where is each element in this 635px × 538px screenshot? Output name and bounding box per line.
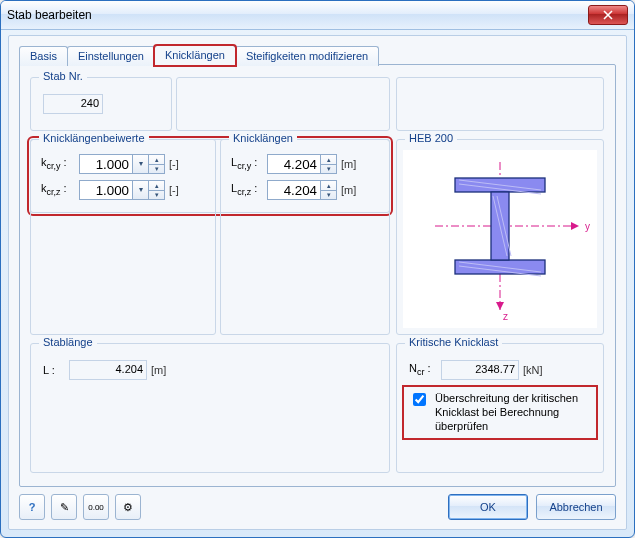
group-knicklangenbeiwerte: Knicklängenbeiwerte kcr,y : ▾ ▴▾ [-] kcr… [30, 139, 216, 335]
chevron-down-icon: ▾ [133, 155, 148, 173]
units-button[interactable]: 0.00 [83, 494, 109, 520]
axis-z-label: z [503, 311, 508, 322]
kcrz-input[interactable] [79, 180, 133, 200]
kcrz-spinner[interactable]: ▴▾ [149, 180, 165, 200]
lcry-unit: [m] [341, 158, 359, 170]
group-klb-caption: Knicklängenbeiwerte [39, 132, 149, 144]
kcrz-dropdown[interactable]: ▾ [133, 180, 149, 200]
group-stab-nr-caption: Stab Nr. [39, 70, 87, 82]
L-value: 4.204 [69, 360, 147, 380]
kcry-input[interactable] [79, 154, 133, 174]
chevron-up-icon: ▴ [149, 155, 164, 164]
chevron-up-icon: ▴ [321, 181, 336, 190]
section-name: HEB 200 [405, 132, 457, 144]
lcrz-spinner[interactable]: ▴▾ [321, 180, 337, 200]
kcrz-label: kcr,z : [41, 182, 75, 197]
Ncr-value: 2348.77 [441, 360, 519, 380]
check-knicklast-label: Überschreitung der kritischen Knicklast … [435, 392, 591, 433]
L-label: L : [43, 364, 65, 376]
tab-page: Stab Nr. 240 Knicklängenbeiwerte kcr,y :… [19, 64, 616, 487]
kcry-dropdown[interactable]: ▾ [133, 154, 149, 174]
help-button[interactable]: ? [19, 494, 45, 520]
kcrz-unit: [-] [169, 184, 187, 196]
group-stab-nr: Stab Nr. 240 [30, 77, 172, 131]
group-kritische-knicklast: Kritische Knicklast Ncr : 2348.77 [kN] Ü… [396, 343, 604, 473]
pencil-icon: ✎ [60, 501, 69, 514]
dialog-window: Stab bearbeiten Basis Einstellungen Knic… [0, 0, 635, 538]
titlebar: Stab bearbeiten [1, 1, 634, 30]
lcrz-label: Lcr,z : [231, 182, 263, 197]
options-button[interactable]: ⚙ [115, 494, 141, 520]
Ncr-unit: [kN] [523, 364, 549, 376]
tab-einstellungen[interactable]: Einstellungen [67, 46, 155, 66]
chevron-down-icon: ▾ [321, 190, 336, 200]
chevron-down-icon: ▾ [133, 181, 148, 199]
close-button[interactable] [588, 5, 628, 25]
group-kl-caption: Knicklängen [229, 132, 297, 144]
tab-steifigkeiten[interactable]: Steifigkeiten modifizieren [235, 46, 379, 66]
L-unit: [m] [151, 364, 169, 376]
tab-strip: Basis Einstellungen Knicklängen Steifigk… [19, 44, 378, 65]
svg-marker-11 [571, 222, 579, 230]
group-blank-top [176, 77, 390, 131]
group-knicklangen: Knicklängen Lcr,y : ▴▾ [m] Lcr,z : ▴▾ [ [220, 139, 390, 335]
lcrz-input[interactable] [267, 180, 321, 200]
svg-marker-12 [496, 302, 504, 310]
kcry-spinner[interactable]: ▴▾ [149, 154, 165, 174]
chevron-up-icon: ▴ [149, 181, 164, 190]
group-section: HEB 200 [396, 139, 604, 335]
group-stablange: Stablänge L : 4.204 [m] [30, 343, 390, 473]
tab-basis[interactable]: Basis [19, 46, 68, 66]
lcrz-unit: [m] [341, 184, 359, 196]
client-area: Basis Einstellungen Knicklängen Steifigk… [8, 35, 627, 530]
chevron-up-icon: ▴ [321, 155, 336, 164]
help-icon: ? [29, 501, 36, 513]
check-knicklast[interactable] [413, 393, 426, 406]
group-kkl-caption: Kritische Knicklast [405, 336, 502, 348]
section-diagram: y z [403, 150, 597, 328]
chevron-down-icon: ▾ [321, 164, 336, 174]
units-icon: 0.00 [88, 503, 104, 512]
check-knicklast-wrap: Überschreitung der kritischen Knicklast … [405, 388, 595, 437]
ok-button[interactable]: OK [448, 494, 528, 520]
cancel-button[interactable]: Abbrechen [536, 494, 616, 520]
edit-button[interactable]: ✎ [51, 494, 77, 520]
gear-icon: ⚙ [123, 501, 133, 514]
lcry-input[interactable] [267, 154, 321, 174]
axis-y-label: y [585, 221, 590, 232]
group-stablange-caption: Stablänge [39, 336, 97, 348]
lcry-spinner[interactable]: ▴▾ [321, 154, 337, 174]
chevron-down-icon: ▾ [149, 190, 164, 200]
close-icon [603, 10, 613, 20]
kcry-unit: [-] [169, 158, 187, 170]
group-blank-top-right [396, 77, 604, 131]
Ncr-label: Ncr : [409, 362, 437, 377]
window-title: Stab bearbeiten [7, 8, 588, 22]
stab-nr-value: 240 [43, 94, 103, 114]
kcry-label: kcr,y : [41, 156, 75, 171]
dialog-footer: ? ✎ 0.00 ⚙ OK Abbrechen [19, 493, 616, 521]
lcry-label: Lcr,y : [231, 156, 263, 171]
chevron-down-icon: ▾ [149, 164, 164, 174]
tab-knicklaengen[interactable]: Knicklängen [154, 45, 236, 66]
